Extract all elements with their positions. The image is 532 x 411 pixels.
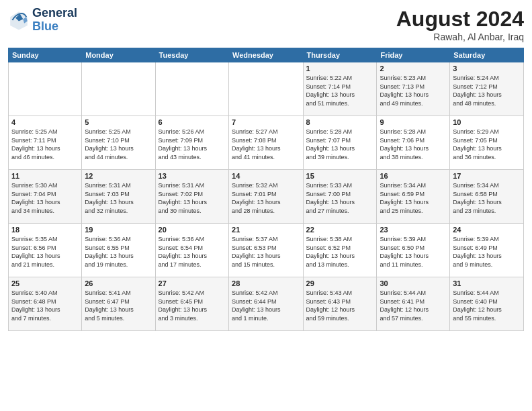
day-cell: 24Sunrise: 5:39 AMSunset: 6:49 PMDayligh…: [450, 224, 524, 277]
day-cell: 16Sunrise: 5:34 AMSunset: 6:59 PMDayligh…: [377, 170, 450, 224]
logo: General Blue: [8, 7, 77, 34]
day-detail: Sunrise: 5:33 AMSunset: 7:00 PMDaylight:…: [306, 181, 374, 215]
day-cell: 26Sunrise: 5:41 AMSunset: 6:47 PMDayligh…: [82, 277, 155, 331]
day-number: 12: [85, 172, 152, 180]
day-cell: 7Sunrise: 5:27 AMSunset: 7:08 PMDaylight…: [229, 116, 304, 170]
title-block: August 2024 Rawah, Al Anbar, Iraq: [396, 7, 524, 42]
calendar-subtitle: Rawah, Al Anbar, Iraq: [396, 32, 524, 42]
day-cell: 29Sunrise: 5:43 AMSunset: 6:43 PMDayligh…: [303, 277, 377, 331]
weekday-monday: Monday: [82, 48, 155, 62]
day-cell: 25Sunrise: 5:40 AMSunset: 6:48 PMDayligh…: [9, 277, 82, 331]
day-number: 17: [453, 172, 521, 180]
day-number: 10: [453, 118, 521, 126]
day-number: 3: [453, 64, 521, 73]
day-number: 27: [159, 279, 226, 287]
day-number: 25: [11, 279, 79, 287]
day-number: 21: [232, 226, 300, 234]
day-cell: 8Sunrise: 5:28 AMSunset: 7:07 PMDaylight…: [303, 116, 377, 170]
weekday-friday: Friday: [377, 48, 450, 62]
day-number: 11: [11, 172, 79, 180]
day-detail: Sunrise: 5:22 AMSunset: 7:14 PMDaylight:…: [306, 74, 374, 107]
weekday-saturday: Saturday: [450, 48, 524, 62]
day-number: 18: [11, 226, 79, 234]
day-number: 2: [380, 64, 447, 73]
day-cell: 17Sunrise: 5:34 AMSunset: 6:58 PMDayligh…: [450, 170, 524, 224]
day-detail: Sunrise: 5:36 AMSunset: 6:55 PMDaylight:…: [85, 235, 152, 269]
logo-icon: [8, 9, 30, 31]
day-detail: Sunrise: 5:39 AMSunset: 6:50 PMDaylight:…: [380, 235, 447, 269]
day-detail: Sunrise: 5:36 AMSunset: 6:54 PMDaylight:…: [159, 235, 226, 269]
day-detail: Sunrise: 5:42 AMSunset: 6:45 PMDaylight:…: [159, 289, 226, 322]
day-detail: Sunrise: 5:30 AMSunset: 7:04 PMDaylight:…: [11, 181, 79, 215]
week-row-2: 4Sunrise: 5:25 AMSunset: 7:11 PMDaylight…: [9, 116, 524, 170]
day-number: 13: [159, 172, 226, 180]
day-detail: Sunrise: 5:38 AMSunset: 6:52 PMDaylight:…: [306, 235, 374, 269]
day-cell: 6Sunrise: 5:26 AMSunset: 7:09 PMDaylight…: [155, 116, 228, 170]
day-number: 28: [232, 279, 300, 287]
day-cell: 5Sunrise: 5:25 AMSunset: 7:10 PMDaylight…: [82, 116, 155, 170]
day-number: 5: [85, 118, 152, 126]
week-row-1: 1Sunrise: 5:22 AMSunset: 7:14 PMDaylight…: [9, 62, 524, 116]
day-number: 1: [306, 64, 374, 73]
day-cell: 12Sunrise: 5:31 AMSunset: 7:03 PMDayligh…: [82, 170, 155, 224]
day-number: 26: [85, 279, 152, 287]
day-detail: Sunrise: 5:24 AMSunset: 7:12 PMDaylight:…: [453, 74, 521, 107]
day-detail: Sunrise: 5:42 AMSunset: 6:44 PMDaylight:…: [232, 289, 300, 322]
day-detail: Sunrise: 5:39 AMSunset: 6:49 PMDaylight:…: [453, 235, 521, 269]
week-row-4: 18Sunrise: 5:35 AMSunset: 6:56 PMDayligh…: [9, 224, 524, 277]
day-cell: 31Sunrise: 5:44 AMSunset: 6:40 PMDayligh…: [450, 277, 524, 331]
day-number: 30: [380, 279, 447, 287]
day-detail: Sunrise: 5:27 AMSunset: 7:08 PMDaylight:…: [232, 128, 300, 161]
day-detail: Sunrise: 5:34 AMSunset: 6:58 PMDaylight:…: [453, 181, 521, 215]
day-cell: 21Sunrise: 5:37 AMSunset: 6:53 PMDayligh…: [229, 224, 304, 277]
week-row-5: 25Sunrise: 5:40 AMSunset: 6:48 PMDayligh…: [9, 277, 524, 331]
weekday-sunday: Sunday: [9, 48, 82, 62]
day-detail: Sunrise: 5:29 AMSunset: 7:05 PMDaylight:…: [453, 128, 521, 161]
day-cell: 4Sunrise: 5:25 AMSunset: 7:11 PMDaylight…: [9, 116, 82, 170]
day-cell: 13Sunrise: 5:31 AMSunset: 7:02 PMDayligh…: [155, 170, 228, 224]
day-number: 8: [306, 118, 374, 126]
day-number: 6: [159, 118, 226, 126]
day-detail: Sunrise: 5:31 AMSunset: 7:03 PMDaylight:…: [85, 181, 152, 215]
weekday-thursday: Thursday: [303, 48, 377, 62]
day-cell: 15Sunrise: 5:33 AMSunset: 7:00 PMDayligh…: [303, 170, 377, 224]
day-cell: 2Sunrise: 5:23 AMSunset: 7:13 PMDaylight…: [377, 62, 450, 116]
calendar-title: August 2024: [396, 7, 524, 32]
day-cell: [229, 62, 304, 116]
day-number: 31: [453, 279, 521, 287]
day-detail: Sunrise: 5:34 AMSunset: 6:59 PMDaylight:…: [380, 181, 447, 215]
day-detail: Sunrise: 5:28 AMSunset: 7:06 PMDaylight:…: [380, 128, 447, 161]
day-detail: Sunrise: 5:35 AMSunset: 6:56 PMDaylight:…: [11, 235, 79, 269]
day-number: 4: [11, 118, 79, 126]
day-detail: Sunrise: 5:44 AMSunset: 6:41 PMDaylight:…: [380, 289, 447, 322]
day-number: 9: [380, 118, 447, 126]
day-cell: 10Sunrise: 5:29 AMSunset: 7:05 PMDayligh…: [450, 116, 524, 170]
day-cell: 30Sunrise: 5:44 AMSunset: 6:41 PMDayligh…: [377, 277, 450, 331]
day-detail: Sunrise: 5:31 AMSunset: 7:02 PMDaylight:…: [159, 181, 226, 215]
day-cell: [155, 62, 228, 116]
day-cell: 19Sunrise: 5:36 AMSunset: 6:55 PMDayligh…: [82, 224, 155, 277]
day-cell: 9Sunrise: 5:28 AMSunset: 7:06 PMDaylight…: [377, 116, 450, 170]
day-number: 29: [306, 279, 374, 287]
day-number: 24: [453, 226, 521, 234]
week-row-3: 11Sunrise: 5:30 AMSunset: 7:04 PMDayligh…: [9, 170, 524, 224]
day-cell: 28Sunrise: 5:42 AMSunset: 6:44 PMDayligh…: [229, 277, 304, 331]
day-detail: Sunrise: 5:25 AMSunset: 7:11 PMDaylight:…: [11, 128, 79, 161]
day-cell: 3Sunrise: 5:24 AMSunset: 7:12 PMDaylight…: [450, 62, 524, 116]
day-cell: 23Sunrise: 5:39 AMSunset: 6:50 PMDayligh…: [377, 224, 450, 277]
header: General Blue August 2024 Rawah, Al Anbar…: [8, 7, 524, 42]
day-detail: Sunrise: 5:32 AMSunset: 7:01 PMDaylight:…: [232, 181, 300, 215]
page: General Blue August 2024 Rawah, Al Anbar…: [0, 0, 532, 411]
day-number: 7: [232, 118, 300, 126]
day-cell: 18Sunrise: 5:35 AMSunset: 6:56 PMDayligh…: [9, 224, 82, 277]
day-detail: Sunrise: 5:26 AMSunset: 7:09 PMDaylight:…: [159, 128, 226, 161]
day-number: 16: [380, 172, 447, 180]
day-cell: 27Sunrise: 5:42 AMSunset: 6:45 PMDayligh…: [155, 277, 228, 331]
day-number: 23: [380, 226, 447, 234]
day-number: 14: [232, 172, 300, 180]
day-detail: Sunrise: 5:40 AMSunset: 6:48 PMDaylight:…: [11, 289, 79, 322]
day-detail: Sunrise: 5:28 AMSunset: 7:07 PMDaylight:…: [306, 128, 374, 161]
day-cell: [82, 62, 155, 116]
day-number: 22: [306, 226, 374, 234]
weekday-wednesday: Wednesday: [229, 48, 304, 62]
